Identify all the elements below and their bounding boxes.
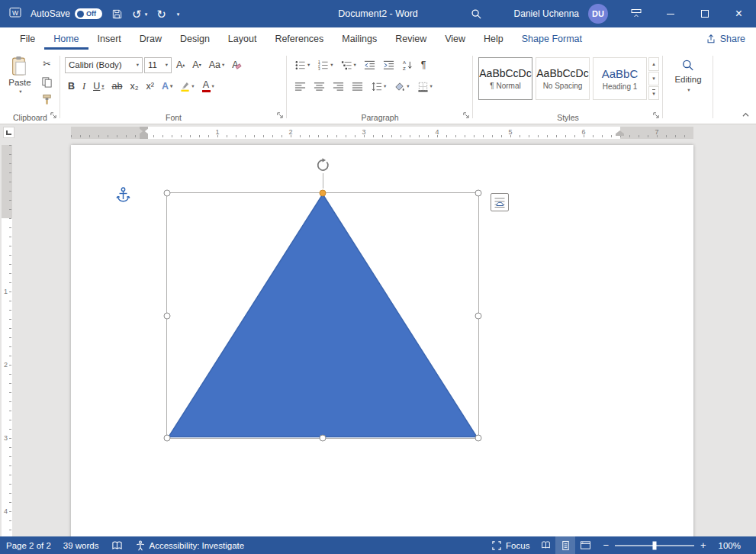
user-name[interactable]: Daniel Uchenna — [514, 8, 579, 19]
resize-handle-middle-left[interactable] — [164, 312, 171, 319]
zoom-level[interactable]: 100% — [713, 536, 747, 554]
line-spacing-button[interactable]: ▾ — [368, 78, 389, 95]
vertical-ruler[interactable]: 1 2 3 4 — [2, 145, 12, 536]
editing-button[interactable]: Editing ▾ — [674, 59, 701, 93]
share-button[interactable]: Share — [706, 30, 745, 47]
resize-handle-bottom-right[interactable] — [475, 435, 482, 442]
focus-button[interactable]: Focus — [485, 536, 536, 554]
tab-insert[interactable]: Insert — [88, 27, 130, 50]
decrease-indent-button[interactable] — [361, 56, 378, 73]
autosave-toggle[interactable]: AutoSave Off — [31, 8, 102, 19]
underline-button[interactable]: U▾ — [90, 78, 107, 95]
maximize-button[interactable] — [687, 0, 722, 27]
avatar[interactable]: DU — [588, 4, 608, 24]
justify-button[interactable] — [349, 78, 366, 95]
style-no-spacing[interactable]: AaBbCcDc No Spacing — [536, 57, 590, 100]
styles-dialog-launcher[interactable] — [652, 110, 660, 121]
increase-indent-button[interactable] — [380, 56, 397, 73]
styles-more-button[interactable]: ▾ — [648, 86, 659, 100]
shrink-font-button[interactable]: A▾ — [189, 56, 204, 73]
resize-handle-bottom-middle[interactable] — [320, 435, 327, 442]
styles-scroll-up-button[interactable]: ▴ — [648, 57, 659, 71]
shape-selection-box[interactable] — [166, 192, 479, 439]
style-heading-1[interactable]: AaBbC Heading 1 — [593, 57, 647, 100]
tab-mailings[interactable]: Mailings — [333, 27, 386, 50]
clipboard-dialog-launcher[interactable] — [50, 110, 57, 121]
paragraph-dialog-launcher[interactable] — [462, 110, 470, 121]
read-mode-button[interactable] — [536, 536, 555, 554]
text-effects-button[interactable]: A▾ — [159, 78, 175, 95]
font-color-button[interactable]: A ▾ — [199, 78, 217, 95]
close-button[interactable]: × — [722, 0, 756, 27]
minimize-button[interactable] — [653, 0, 687, 27]
bold-button[interactable]: B — [65, 78, 78, 95]
tab-help[interactable]: Help — [475, 27, 513, 50]
superscript-button[interactable]: x² — [143, 78, 157, 95]
shading-button[interactable]: ▾ — [391, 78, 412, 95]
rotate-handle[interactable] — [316, 158, 330, 175]
copy-button[interactable] — [38, 75, 56, 89]
change-case-button[interactable]: Aa▾ — [206, 56, 228, 73]
resize-handle-bottom-left[interactable] — [164, 435, 171, 442]
zoom-in-button[interactable]: + — [700, 540, 706, 550]
ribbon-display-options-button[interactable] — [619, 0, 653, 27]
tab-layout[interactable]: Layout — [219, 27, 266, 50]
autosave-switch[interactable]: Off — [75, 8, 102, 19]
align-right-button[interactable] — [330, 78, 347, 95]
collapse-ribbon-button[interactable] — [742, 108, 750, 120]
save-button[interactable] — [111, 8, 123, 20]
layout-options-button[interactable] — [491, 193, 509, 211]
styles-scroll-down-button[interactable]: ▾ — [648, 72, 659, 85]
grow-font-button[interactable]: A▴ — [173, 56, 188, 73]
tab-view[interactable]: View — [436, 27, 475, 50]
numbering-button[interactable]: 123 ▾ — [314, 56, 336, 73]
sort-button[interactable]: AZ — [399, 56, 417, 73]
tab-shape-format[interactable]: Shape Format — [513, 27, 591, 50]
strikethrough-button[interactable]: ab — [109, 78, 126, 95]
page-indicator[interactable]: Page 2 of 2 — [0, 536, 57, 554]
tab-review[interactable]: Review — [386, 27, 436, 50]
multilevel-list-button[interactable]: ▾ — [338, 56, 359, 73]
zoom-out-button[interactable]: − — [603, 540, 609, 550]
paste-button[interactable]: Paste ▾ — [3, 56, 37, 106]
resize-handle-top-right[interactable] — [475, 190, 482, 197]
word-count[interactable]: 39 words — [57, 536, 105, 554]
font-dialog-launcher[interactable] — [276, 110, 284, 121]
clear-formatting-button[interactable]: A — [229, 56, 241, 73]
highlight-button[interactable]: ▾ — [177, 78, 197, 95]
tab-home[interactable]: Home — [44, 27, 88, 50]
borders-button[interactable]: ▾ — [414, 78, 436, 95]
align-left-button[interactable] — [291, 78, 309, 95]
font-size-select[interactable]: 11 ▾ — [144, 57, 172, 73]
format-painter-button[interactable] — [38, 92, 56, 106]
font-family-select[interactable]: Calibri (Body) ▾ — [65, 57, 143, 73]
tab-selector[interactable] — [3, 127, 14, 138]
search-button[interactable] — [471, 8, 482, 20]
left-indent-marker[interactable] — [140, 136, 148, 139]
subscript-button[interactable]: x₂ — [127, 78, 141, 95]
bullets-button[interactable]: ▾ — [291, 56, 313, 73]
zoom-slider-thumb[interactable] — [652, 541, 656, 549]
tab-references[interactable]: References — [265, 27, 333, 50]
tab-file[interactable]: File — [11, 27, 44, 50]
cut-button[interactable]: ✂ — [38, 57, 56, 71]
tab-design[interactable]: Design — [171, 27, 219, 50]
triangle-shape[interactable] — [167, 193, 478, 438]
style-normal[interactable]: AaBbCcDc ¶ Normal — [478, 57, 532, 100]
proofing-button[interactable] — [105, 536, 129, 554]
accessibility-button[interactable]: Accessibility: Investigate — [129, 536, 251, 554]
undo-button[interactable]: ↺▾ — [132, 8, 147, 20]
redo-button[interactable]: ↻ — [156, 8, 166, 20]
align-center-button[interactable] — [310, 78, 328, 95]
print-layout-button[interactable] — [555, 536, 575, 554]
resize-handle-middle-right[interactable] — [475, 312, 482, 319]
zoom-slider[interactable] — [615, 545, 694, 546]
horizontal-ruler[interactable]: 1 2 3 4 5 6 7 — [71, 127, 693, 139]
show-formatting-marks-button[interactable]: ¶ — [418, 56, 429, 73]
web-layout-button[interactable] — [575, 536, 595, 554]
tab-draw[interactable]: Draw — [130, 27, 171, 50]
italic-button[interactable]: I — [79, 78, 88, 95]
resize-handle-top-left[interactable] — [164, 190, 171, 197]
customize-quick-access-button[interactable]: ▾ — [175, 11, 180, 17]
adjustment-handle[interactable] — [320, 190, 327, 197]
